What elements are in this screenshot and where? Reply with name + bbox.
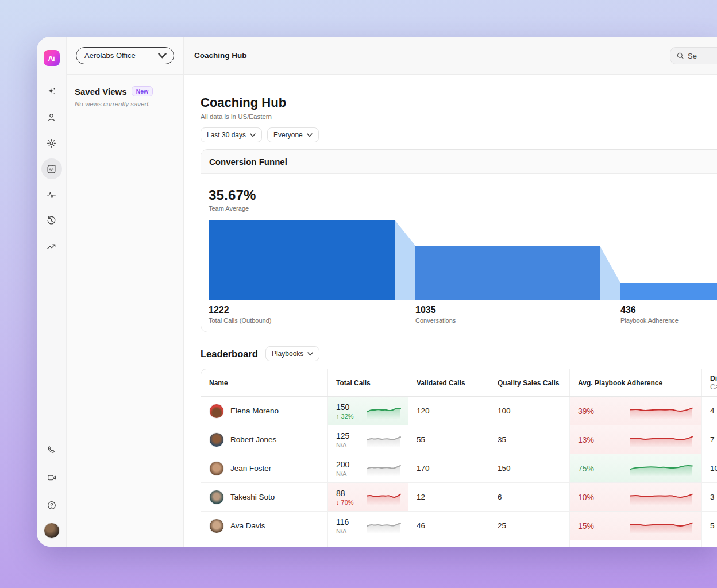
trend-up-icon[interactable]: [41, 236, 62, 257]
quality-calls-cell: 98: [489, 540, 570, 547]
funnel-stage-label: 1222Total Calls (Outbound): [209, 305, 341, 324]
table-row[interactable]: Jean Foster 200 N/A 170 150 75% 10: [201, 454, 717, 483]
col-total-calls[interactable]: Total Calls: [328, 369, 408, 396]
table-row[interactable]: Elena Moreno 150 ↑ 32% 120 100 39% 4: [201, 397, 717, 425]
adherence-value: 15%: [578, 521, 594, 531]
avatar: [209, 404, 224, 419]
total-calls-sparkline: [366, 518, 402, 534]
name-cell: Takeshi Soto: [201, 483, 328, 511]
adherence-value: 13%: [578, 435, 594, 444]
total-calls-value: 150: [336, 403, 363, 412]
disp-call-count-cell: 3: [702, 483, 717, 511]
funnel-chart: 1222Total Calls (Outbound)1035Conversati…: [209, 220, 717, 327]
team-average-value: 35.67%: [209, 187, 717, 203]
total-calls-value: 125: [336, 431, 363, 440]
workspace-name: Aerolabs Office: [84, 51, 136, 60]
funnel-stage-1: [209, 220, 395, 300]
validated-calls-cell: 46: [408, 512, 489, 540]
total-calls-delta: ↓ 70%: [336, 499, 363, 506]
col-adherence[interactable]: Avg. Playbook Adherence: [570, 369, 702, 396]
avatar: [209, 461, 224, 476]
search-placeholder: Se: [688, 52, 697, 60]
total-calls-sparkline: [366, 432, 402, 448]
page-subtitle: All data is in US/Eastern: [201, 113, 717, 120]
total-calls-value: 200: [336, 460, 363, 469]
table-row[interactable]: Ava Davis 116 N/A 46 25 15% 5: [201, 512, 717, 540]
total-calls-delta: N/A: [336, 528, 363, 535]
quality-calls-cell: 6: [489, 483, 570, 511]
funnel-stage-label: 1035Conversations: [415, 305, 548, 324]
total-calls-sparkline: [366, 489, 402, 505]
disp-call-count-cell: 4: [702, 397, 717, 425]
page-content: Coaching Hub All data is in US/Eastern L…: [184, 75, 717, 547]
name-cell: Ava Davis: [201, 512, 328, 540]
person-name: Elena Moreno: [230, 407, 279, 415]
saved-views-panel: Aerolabs Office Saved Views New No views…: [67, 37, 184, 547]
avatar: [209, 432, 224, 447]
panel-body: Saved Views New No views currently saved…: [67, 75, 183, 119]
help-icon[interactable]: [41, 495, 62, 516]
disp-call-count-cell: 7: [702, 425, 717, 454]
sparkles-icon[interactable]: [41, 81, 62, 102]
adherence-sparkline: [629, 461, 693, 477]
quality-calls-value: 25: [498, 521, 506, 530]
activity-icon[interactable]: [41, 184, 62, 205]
disp-call-count-cell: 7: [702, 540, 717, 547]
gear-icon[interactable]: [41, 133, 62, 153]
col-name[interactable]: Name: [201, 369, 328, 396]
user-avatar[interactable]: [44, 523, 60, 539]
person-icon[interactable]: [41, 107, 62, 127]
playbooks-filter[interactable]: Playbooks: [265, 346, 319, 361]
total-calls-cell: 180 N/A: [328, 540, 408, 547]
leaderboard-table: Name Total Calls Validated Calls Quality…: [201, 369, 717, 547]
search-icon: [676, 52, 684, 60]
coaching-hub-icon[interactable]: [41, 158, 62, 179]
team-average-label: Team Average: [209, 205, 717, 212]
chevron-down-icon: [250, 133, 256, 137]
audience-filter[interactable]: Everyone: [267, 127, 319, 142]
disp-call-count-cell: 10: [702, 454, 717, 482]
avatar: [209, 490, 224, 505]
funnel-transition: [600, 246, 620, 300]
total-calls-cell: 150 ↑ 32%: [328, 397, 408, 425]
chevron-down-icon: [307, 133, 313, 137]
phone-icon[interactable]: [41, 440, 62, 461]
col-validated-calls[interactable]: Validated Calls: [408, 369, 489, 396]
total-calls-cell: 200 N/A: [328, 454, 408, 482]
col-quality-calls[interactable]: Quality Sales Calls: [489, 369, 570, 396]
adherence-value: 39%: [578, 407, 594, 416]
audience-label: Everyone: [273, 131, 303, 139]
workspace-selector[interactable]: Aerolabs Office: [76, 47, 174, 64]
name-cell: Robert Jones: [201, 425, 328, 454]
table-row[interactable]: Matthew Rodriguez 180 N/A 120 98 50% 7: [201, 540, 717, 547]
avatar: [209, 519, 224, 533]
date-range-filter[interactable]: Last 30 days: [201, 127, 262, 142]
adherence-cell: 13%: [570, 425, 702, 454]
search-input[interactable]: Se: [670, 47, 717, 64]
adherence-sparkline: [629, 432, 693, 448]
adherence-cell: 75%: [570, 454, 702, 482]
funnel-stage-2: [415, 246, 600, 300]
validated-calls-value: 55: [417, 435, 425, 444]
video-icon[interactable]: [41, 467, 62, 488]
col-dispositioned[interactable]: Dispo Call C: [702, 369, 717, 396]
validated-calls-cell: 55: [408, 425, 489, 454]
chevron-down-icon: [158, 53, 167, 59]
validated-calls-cell: 120: [408, 397, 489, 425]
table-row[interactable]: Takeshi Soto 88 ↓ 70% 12 6 10% 3: [201, 483, 717, 512]
history-icon[interactable]: [41, 210, 62, 231]
total-calls-cell: 116 N/A: [328, 512, 408, 540]
table-body: Elena Moreno 150 ↑ 32% 120 100 39% 4 Rob…: [201, 397, 717, 547]
total-calls-delta: ↑ 32%: [336, 413, 363, 420]
validated-calls-value: 120: [417, 407, 430, 415]
adherence-value: 10%: [578, 493, 594, 502]
disp-call-count-value: 4: [710, 407, 715, 415]
date-range-label: Last 30 days: [207, 131, 246, 139]
adherence-sparkline: [629, 518, 693, 534]
quality-calls-cell: 100: [489, 397, 570, 425]
table-row[interactable]: Robert Jones 125 N/A 55 35 13% 7: [201, 425, 717, 454]
table-header-row: Name Total Calls Validated Calls Quality…: [201, 369, 717, 397]
person-name: Takeshi Soto: [230, 493, 275, 501]
app-logo-icon[interactable]: Λi: [44, 50, 60, 66]
disp-call-count-value: 10: [710, 464, 717, 473]
